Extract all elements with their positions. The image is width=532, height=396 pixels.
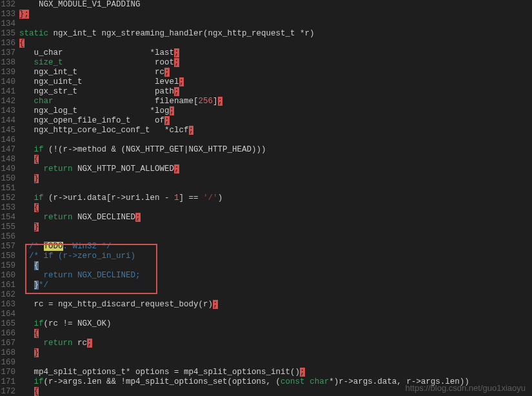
token-plain: filename[	[54, 97, 199, 106]
token-plain: NGX_MODULE_V1_PADDING	[19, 0, 141, 9]
code-line[interactable]: mp4_split_options_t* options = mp4_split…	[19, 368, 532, 377]
line-number: 152	[0, 193, 15, 203]
code-line[interactable]: if (r->uri.data[r->uri.len - 1] == '/')	[19, 193, 532, 203]
line-number: 132	[0, 0, 15, 10]
line-number: 157	[0, 242, 15, 252]
code-line[interactable]: {	[19, 329, 532, 339]
code-line[interactable]: ngx_log_t *log;	[19, 106, 532, 116]
token-hl: }	[34, 348, 39, 357]
line-number: 135	[0, 29, 15, 39]
token-hl: {	[34, 329, 39, 338]
token-plain	[19, 203, 34, 212]
line-number: 172	[0, 387, 15, 396]
token-kw: const	[281, 377, 305, 386]
token-plain: ngx_uint_t level	[19, 77, 179, 86]
code-line[interactable]: static ngx_int_t ngx_streaming_handler(n…	[19, 29, 532, 39]
code-line[interactable]: {	[19, 39, 532, 48]
code-line[interactable]: }	[19, 348, 532, 358]
token-kw: return	[44, 339, 73, 348]
code-line[interactable]	[19, 358, 532, 368]
token-plain: (!(r->method & (NGX_HTTP_GET|NGX_HTTP_HE…	[44, 145, 266, 154]
code-line[interactable]: NGX_MODULE_V1_PADDING	[19, 0, 532, 10]
code-line[interactable]: /* TODO: Win32 */	[19, 242, 532, 252]
token-plain	[19, 155, 34, 164]
code-line[interactable]	[19, 310, 532, 319]
token-hl: ;	[174, 48, 179, 57]
token-plain	[19, 193, 34, 203]
code-line[interactable]: ngx_str_t path;	[19, 87, 532, 97]
token-plain	[19, 145, 34, 154]
token-plain: )	[218, 193, 223, 203]
code-line[interactable]: ngx_uint_t level;	[19, 77, 532, 87]
token-plain: ngx_str_t path	[19, 87, 174, 96]
token-hl: ;	[218, 97, 223, 106]
line-number: 161	[0, 281, 15, 290]
token-plain: rc	[73, 339, 88, 348]
code-line[interactable]: }	[19, 223, 532, 232]
code-line[interactable]	[19, 290, 532, 300]
line-number: 139	[0, 68, 15, 77]
code-line[interactable]: {	[19, 203, 532, 213]
code-line[interactable]: ngx_open_file_info_t of;	[19, 116, 532, 126]
line-number: 137	[0, 48, 15, 58]
line-number: 141	[0, 87, 15, 97]
code-line[interactable]: /* if (r->zero_in_uri)	[19, 252, 532, 261]
code-line[interactable]	[19, 19, 532, 29]
code-line[interactable]	[19, 232, 532, 242]
line-number: 136	[0, 39, 15, 48]
token-kw: if	[34, 377, 44, 386]
token-cmt: */	[39, 281, 48, 290]
code-line[interactable]: return NGX_DECLINED;	[19, 271, 532, 281]
code-line[interactable]: char filename[256];	[19, 97, 532, 106]
line-number: 134	[0, 19, 15, 29]
token-hl: }	[34, 174, 39, 183]
code-line[interactable]: u_char *last;	[19, 48, 532, 58]
line-number: 171	[0, 377, 15, 387]
code-line[interactable]: ngx_int_t rc;	[19, 68, 532, 77]
code-line[interactable]: size_t root;	[19, 58, 532, 68]
code-line[interactable]: rc = ngx_http_discard_request_body(r);	[19, 300, 532, 310]
line-number-gutter: 1321331341351361371381391401411421431441…	[0, 0, 19, 396]
token-plain: ngx_open_file_info_t of	[19, 116, 164, 125]
code-editor[interactable]: 1321331341351361371381391401411421431441…	[0, 0, 532, 396]
token-kw: char	[310, 377, 329, 386]
token-hl: ;	[174, 164, 179, 173]
line-number: 149	[0, 164, 15, 174]
line-number: 144	[0, 116, 15, 126]
code-line[interactable]: if (!(r->method & (NGX_HTTP_GET|NGX_HTTP…	[19, 145, 532, 155]
token-hl: ;	[87, 339, 92, 348]
code-line[interactable]: }*/	[19, 281, 532, 290]
code-line[interactable]: return NGX_DECLINED;	[19, 213, 532, 223]
token-hl: ;	[164, 116, 170, 125]
token-plain: ngx_http_core_loc_conf_t *clcf	[19, 126, 189, 135]
code-line[interactable]	[19, 135, 532, 145]
token-hl: }	[19, 10, 25, 19]
code-line[interactable]: }	[19, 174, 532, 184]
code-line[interactable]: {	[19, 155, 532, 164]
token-cursor: }	[34, 281, 39, 290]
token-plain	[19, 339, 44, 348]
line-number: 163	[0, 300, 15, 310]
token-plain	[19, 271, 44, 280]
code-line[interactable]: };	[19, 10, 532, 19]
token-hl: ;	[174, 87, 179, 96]
code-line[interactable]: ngx_http_core_loc_conf_t *clcf;	[19, 126, 532, 135]
token-hl: ;	[189, 126, 194, 135]
code-line[interactable]: return NGX_HTTP_NOT_ALLOWED;	[19, 164, 532, 174]
code-line[interactable]: {	[19, 261, 532, 271]
token-hl: {	[19, 39, 25, 48]
line-number: 159	[0, 261, 15, 271]
code-line[interactable]: if(rc != NGX_OK)	[19, 319, 532, 329]
code-line[interactable]: return rc;	[19, 339, 532, 348]
token-plain: NGX_DECLINED	[73, 213, 136, 222]
line-number: 167	[0, 339, 15, 348]
line-number: 143	[0, 106, 15, 116]
token-cmt: /*	[29, 242, 44, 251]
code-line[interactable]	[19, 184, 532, 193]
token-plain: ngx_int_t ngx_streaming_handler(ngx_http…	[48, 29, 315, 38]
code-area[interactable]: NGX_MODULE_V1_PADDING};static ngx_int_t …	[19, 0, 532, 396]
token-plain	[19, 174, 34, 183]
token-plain: (rc != NGX_OK)	[44, 319, 112, 328]
line-number: 166	[0, 329, 15, 339]
token-plain: (r->uri.data[r->uri.len -	[44, 193, 175, 203]
